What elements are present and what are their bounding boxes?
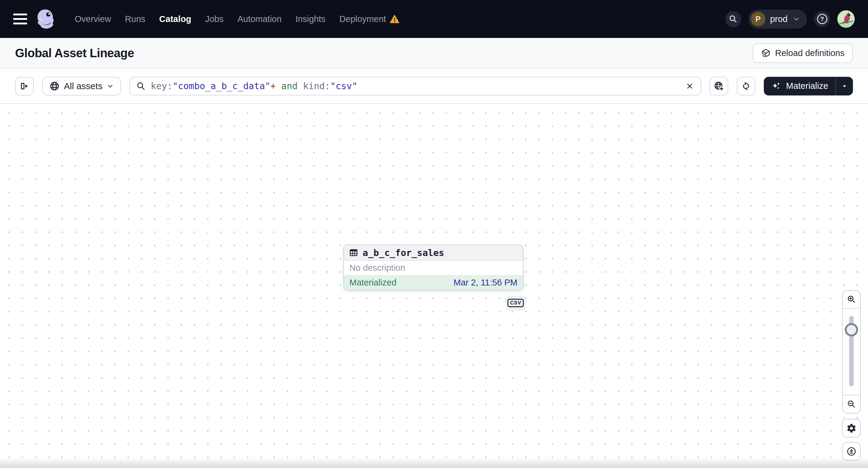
- zoom-slider[interactable]: [843, 309, 860, 395]
- hamburger-menu-icon[interactable]: [13, 11, 27, 27]
- materialized-status: Materialized: [349, 278, 396, 288]
- zoom-out-button[interactable]: [843, 395, 860, 413]
- octopus-logo-icon: [35, 9, 56, 29]
- refresh-button[interactable]: [737, 77, 755, 95]
- zoom-in-button[interactable]: [843, 291, 860, 309]
- asset-scope-dropdown[interactable]: All assets: [42, 77, 121, 95]
- zoom-in-icon: [847, 294, 856, 304]
- refresh-icon: [741, 81, 751, 91]
- environment-switcher[interactable]: P prod: [748, 10, 807, 29]
- nav-item-label: Runs: [125, 14, 146, 24]
- download-image-button[interactable]: [842, 442, 861, 461]
- asset-description: No description: [344, 261, 523, 275]
- asset-name: a_b_c_for_sales: [363, 248, 444, 258]
- panel-expand-icon: [20, 81, 29, 91]
- lineage-canvas[interactable]: a_b_c_for_sales No description Materiali…: [0, 104, 868, 468]
- zoom-controls: [842, 290, 861, 413]
- environment-avatar: P: [751, 12, 765, 26]
- nav-item-label: Overview: [75, 14, 111, 24]
- nav-right-cluster: P prod ?: [725, 10, 855, 29]
- reload-definitions-label: Reload definitions: [775, 48, 844, 58]
- nav-item-insights[interactable]: Insights: [296, 14, 326, 24]
- nav-item-label: Deployment: [339, 14, 386, 24]
- environment-name: prod: [770, 14, 787, 24]
- query-token-kind: kind:: [303, 81, 330, 91]
- zoom-out-icon: [847, 399, 856, 409]
- globe-plus-icon: [714, 81, 724, 91]
- materialize-split-button: Materialize: [764, 77, 853, 95]
- query-token-key: key:: [151, 81, 172, 91]
- filter-bar: All assets key:"combo_a_b_c_data"+ and k…: [0, 69, 868, 104]
- chevron-down-icon: [793, 15, 800, 23]
- query-token-and: and: [276, 81, 303, 91]
- query-token-plus: +: [271, 81, 276, 91]
- search-button[interactable]: [725, 11, 741, 27]
- caret-down-icon: [840, 82, 849, 90]
- expand-scope-button[interactable]: [710, 77, 728, 95]
- materialized-timestamp: Mar 2, 11:56 PM: [454, 278, 518, 288]
- nav-item-label: Jobs: [205, 14, 223, 24]
- user-avatar[interactable]: [837, 10, 855, 28]
- nav-item-deployment[interactable]: Deployment: [339, 14, 399, 24]
- materialize-label: Materialize: [786, 81, 828, 91]
- nav-item-label: Automation: [237, 14, 282, 24]
- asset-node[interactable]: a_b_c_for_sales No description Materiali…: [343, 245, 523, 291]
- nav-item-catalog[interactable]: Catalog: [159, 14, 191, 24]
- search-icon: [728, 14, 738, 24]
- query-token-key-value: "combo_a_b_c_data": [173, 81, 271, 91]
- page-header: Global Asset Lineage Reload definitions: [0, 38, 868, 69]
- globe-icon: [50, 81, 60, 91]
- chevron-down-icon: [106, 83, 114, 90]
- clear-query-button[interactable]: [684, 80, 696, 92]
- materialize-button[interactable]: Materialize: [764, 77, 835, 95]
- asset-status-row: Materialized Mar 2, 11:56 PM: [344, 275, 523, 290]
- nav-item-overview[interactable]: Overview: [75, 14, 111, 24]
- open-sidebar-button[interactable]: [15, 77, 34, 95]
- table-icon: [349, 248, 359, 257]
- nav-item-runs[interactable]: Runs: [125, 14, 146, 24]
- sparkles-icon: [771, 81, 782, 92]
- cube-reload-icon: [761, 48, 771, 58]
- nav-links: Overview Runs Catalog Jobs Automation In…: [75, 14, 399, 24]
- nav-item-jobs[interactable]: Jobs: [205, 14, 223, 24]
- page-title: Global Asset Lineage: [15, 46, 134, 60]
- magnifier-icon: [136, 81, 146, 91]
- lineage-query-input[interactable]: key:"combo_a_b_c_data"+ and kind:"csv": [129, 77, 701, 95]
- reload-definitions-button[interactable]: Reload definitions: [753, 43, 853, 63]
- query-token-kind-value: "csv": [330, 81, 357, 91]
- close-icon: [685, 81, 694, 91]
- asset-scope-label: All assets: [64, 81, 102, 91]
- nav-item-label: Insights: [296, 14, 326, 24]
- help-button[interactable]: ?: [814, 11, 830, 27]
- nav-item-automation[interactable]: Automation: [237, 14, 282, 24]
- graph-settings-button[interactable]: [842, 419, 861, 438]
- materialize-options-button[interactable]: [835, 77, 853, 95]
- asset-node-header: a_b_c_for_sales: [344, 245, 523, 261]
- asset-kind-badge[interactable]: CSV: [505, 295, 526, 311]
- cardinal-bird-avatar-icon: [837, 10, 855, 28]
- dagster-logo[interactable]: [35, 9, 56, 29]
- gear-icon: [846, 423, 857, 433]
- nav-item-label: Catalog: [159, 14, 191, 24]
- top-nav: Overview Runs Catalog Jobs Automation In…: [0, 0, 868, 38]
- warning-triangle-icon: [390, 14, 399, 24]
- zoom-slider-thumb[interactable]: [845, 323, 858, 336]
- query-text: key:"combo_a_b_c_data"+ and kind:"csv": [151, 81, 679, 91]
- download-icon: [846, 446, 857, 457]
- csv-kind-icon: CSV: [507, 299, 524, 307]
- question-mark-icon: ?: [817, 14, 827, 24]
